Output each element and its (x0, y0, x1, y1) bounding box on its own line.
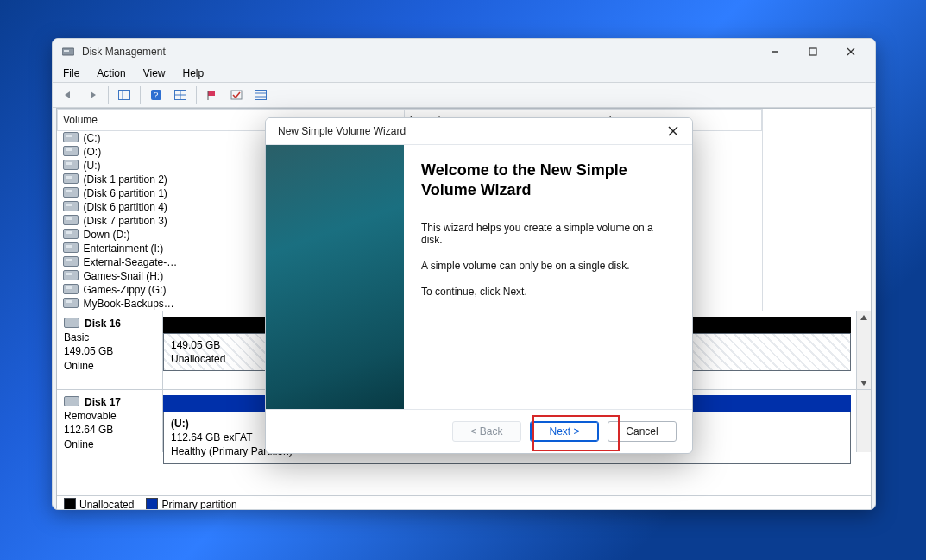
disk-scrollbar[interactable] (856, 311, 871, 389)
wizard-close-button[interactable] (661, 119, 685, 143)
volume-icon (63, 215, 79, 225)
legend: Unallocated Primary partition (57, 495, 871, 510)
wizard-button-row: < Back Next > Cancel (266, 409, 692, 453)
menu-action[interactable]: Action (95, 66, 127, 81)
svg-rect-1 (64, 50, 69, 52)
volume-icon (63, 298, 79, 308)
disk-header-16: Disk 16 Basic 149.05 GB Online (57, 311, 163, 389)
wizard-line3: To continue, click Next. (421, 286, 671, 298)
volume-icon (63, 187, 79, 198)
back-button: < Back (452, 421, 521, 442)
volume-icon (63, 242, 79, 253)
scroll-down-icon[interactable] (857, 377, 871, 389)
new-simple-volume-wizard: New Simple Volume Wizard Welcome to the … (265, 117, 693, 454)
empty-right-pane (762, 109, 871, 311)
menubar: File Action View Help (53, 65, 875, 82)
svg-rect-16 (255, 91, 267, 100)
wizard-line1: This wizard helps you create a simple vo… (421, 222, 671, 246)
cancel-button[interactable]: Cancel (608, 421, 677, 442)
scroll-up-icon[interactable] (857, 311, 871, 324)
next-button[interactable]: Next > (530, 421, 599, 442)
wizard-main: Welcome to the New Simple Volume Wizard … (404, 145, 692, 409)
wizard-side-graphic (266, 145, 404, 409)
minimize-button[interactable] (756, 39, 794, 65)
wizard-line2: A simple volume can only be on a single … (421, 260, 671, 272)
volume-icon (63, 229, 79, 239)
volume-icon (63, 173, 79, 184)
volume-icon (63, 160, 79, 170)
legend-primary: Primary partition (161, 499, 236, 511)
help-button[interactable]: ? (146, 85, 167, 105)
volume-icon (63, 201, 79, 211)
toolbar-list-button[interactable] (250, 85, 271, 105)
svg-rect-6 (119, 91, 130, 100)
menu-view[interactable]: View (142, 66, 167, 81)
wizard-titlebar[interactable]: New Simple Volume Wizard (266, 118, 692, 144)
desktop: Disk Management File Action View Help ? (0, 0, 926, 560)
wizard-heading: Welcome to the New Simple Volume Wizard (421, 160, 671, 201)
volume-icon (63, 256, 79, 267)
svg-text:?: ? (154, 90, 159, 100)
svg-rect-15 (231, 91, 242, 99)
disk-header-17: Disk 17 Removable 112.64 GB Online (57, 390, 163, 452)
wizard-title: New Simple Volume Wizard (278, 125, 661, 137)
toolbar-flag-button[interactable] (202, 85, 223, 105)
app-icon (61, 45, 75, 59)
volume-icon (63, 146, 79, 156)
toolbar-grid-button[interactable] (170, 85, 191, 105)
toolbar: ? (53, 82, 875, 108)
back-button[interactable] (58, 85, 79, 105)
legend-swatch-unallocated (64, 498, 76, 510)
toolbar-pane-button[interactable] (114, 85, 135, 105)
menu-help[interactable]: Help (181, 66, 206, 81)
volume-icon (63, 132, 79, 142)
svg-rect-13 (208, 91, 215, 96)
volume-icon (63, 270, 79, 280)
window-title: Disk Management (82, 46, 756, 58)
toolbar-check-button[interactable] (226, 85, 247, 105)
volume-icon (63, 284, 79, 294)
legend-unallocated: Unallocated (79, 499, 134, 511)
forward-button[interactable] (82, 85, 103, 105)
close-button[interactable] (832, 39, 870, 65)
maximize-button[interactable] (794, 39, 832, 65)
svg-rect-3 (809, 48, 816, 55)
legend-swatch-primary (146, 498, 158, 510)
titlebar[interactable]: Disk Management (53, 39, 875, 65)
menu-file[interactable]: File (61, 66, 81, 81)
disk-scrollbar-right[interactable] (856, 390, 871, 452)
